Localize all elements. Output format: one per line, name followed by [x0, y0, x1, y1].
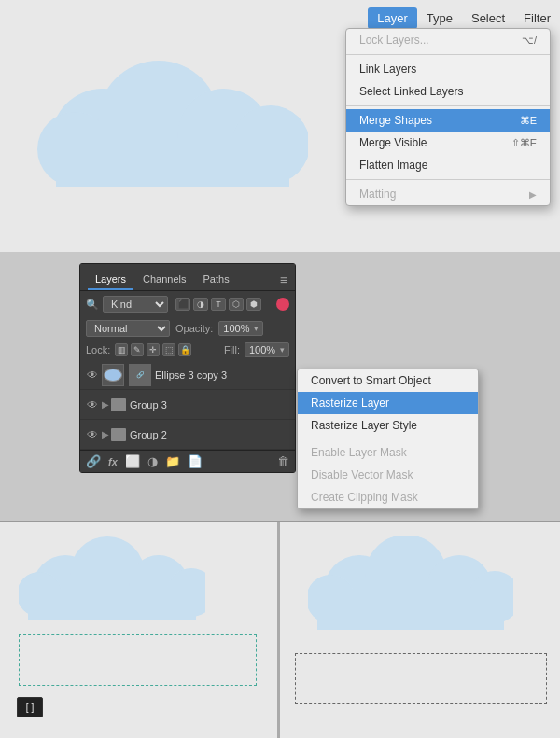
- layer-label-group3: Group 3: [130, 399, 289, 411]
- filter-pixel-icon[interactable]: ⬛: [175, 298, 190, 311]
- layers-tabs-left: Layers Channels Paths: [88, 270, 237, 290]
- layer-row-group2[interactable]: 👁 ▶ Group 2: [80, 420, 295, 450]
- filter-shape-icon[interactable]: ⬡: [229, 298, 244, 311]
- context-rasterize-layer[interactable]: Rasterize Layer: [298, 392, 478, 414]
- filter-adjust-icon[interactable]: ◑: [193, 298, 208, 311]
- filter-type-icon[interactable]: T: [211, 298, 226, 311]
- filter-smart-icon[interactable]: ⬢: [246, 298, 261, 311]
- lock-all-icon[interactable]: 🔒: [178, 343, 191, 356]
- add-adjustment-icon[interactable]: ◑: [147, 454, 158, 468]
- svg-rect-17: [317, 592, 504, 630]
- filter-toggle[interactable]: [276, 298, 289, 311]
- menu-select[interactable]: Select: [462, 7, 514, 29]
- filter-icons: ⬛ ◑ T ⬡ ⬢: [175, 298, 261, 311]
- context-divider-1: [298, 439, 478, 439]
- dropdown-select-linked[interactable]: Select Linked Layers: [346, 80, 550, 103]
- context-enable-layer-mask[interactable]: Enable Layer Mask: [298, 441, 478, 464]
- layer-label-group2: Group 2: [130, 429, 289, 440]
- group3-folder-icon: [111, 398, 126, 411]
- layer-row-ellipse3copy3[interactable]: 👁 🔗 Ellipse 3 copy 3: [80, 360, 295, 390]
- fill-label: Fill:: [224, 344, 240, 355]
- lock-artboard-icon[interactable]: ⬚: [162, 343, 175, 356]
- context-menu: Convert to Smart Object Rasterize Layer …: [297, 369, 479, 509]
- layers-bottom-bar: 🔗 fx ⬜ ◑ 📁 📄 🗑: [80, 450, 295, 472]
- tab-paths[interactable]: Paths: [196, 270, 237, 290]
- tab-channels[interactable]: Channels: [135, 270, 193, 290]
- selection-box-left: [19, 634, 257, 686]
- layers-panel-menu-icon[interactable]: ≡: [280, 272, 287, 287]
- dropdown-divider-3: [346, 179, 550, 180]
- link-layers-icon[interactable]: 🔗: [86, 454, 101, 468]
- dropdown-divider-2: [346, 105, 550, 106]
- tab-layers[interactable]: Layers: [88, 270, 133, 290]
- marquee-tool-icon[interactable]: [ ]: [17, 697, 43, 717]
- visibility-icon-group2[interactable]: 👁: [86, 428, 99, 441]
- kind-select[interactable]: Kind: [103, 296, 168, 313]
- cloud-top: [28, 56, 308, 187]
- new-layer-icon[interactable]: 📄: [188, 454, 203, 468]
- context-disable-vector-mask[interactable]: Disable Vector Mask: [298, 464, 478, 486]
- visibility-icon-ellipse3copy3[interactable]: 👁: [86, 369, 99, 382]
- blend-mode-select[interactable]: Normal: [86, 320, 170, 337]
- menu-layer[interactable]: Layer: [368, 7, 417, 29]
- lock-fill-row: Lock: ▥ ✎ ✛ ⬚ 🔒 Fill: 100% ▾: [80, 340, 295, 360]
- selection-box-right: [295, 653, 547, 704]
- delete-layer-icon[interactable]: 🗑: [277, 454, 289, 468]
- blend-opacity-row: Normal Opacity: 100% ▾: [80, 317, 295, 340]
- search-icon: 🔍: [86, 299, 99, 311]
- menu-bar: Layer Type Select Filter: [368, 7, 560, 29]
- menu-filter[interactable]: Filter: [514, 7, 560, 29]
- cloud-bottom-left: [19, 536, 205, 620]
- dropdown-divider-1: [346, 54, 550, 55]
- lock-move-icon[interactable]: ✛: [147, 343, 160, 356]
- dropdown-lock-layers[interactable]: Lock Layers... ⌥/: [346, 29, 550, 51]
- opacity-input[interactable]: 100% ▾: [218, 321, 263, 336]
- dropdown-merge-shapes[interactable]: Merge Shapes ⌘E: [346, 109, 550, 132]
- vertical-divider-bottom: [277, 522, 280, 738]
- layer-row-group3[interactable]: 👁 ▶ Group 3: [80, 390, 295, 420]
- fx-icon[interactable]: fx: [108, 456, 118, 467]
- context-rasterize-layer-style[interactable]: Rasterize Layer Style: [298, 414, 478, 437]
- svg-rect-5: [56, 142, 289, 187]
- svg-rect-11: [28, 589, 196, 620]
- add-mask-icon[interactable]: ⬜: [125, 454, 140, 468]
- layers-search-row: 🔍 Kind ⬛ ◑ T ⬡ ⬢: [80, 291, 295, 317]
- lock-transparent-icon[interactable]: ▥: [115, 343, 128, 356]
- dropdown-merge-visible[interactable]: Merge Visible ⇧⌘E: [346, 132, 550, 154]
- dropdown-matting[interactable]: Matting ▶: [346, 183, 550, 205]
- menu-type[interactable]: Type: [417, 7, 462, 29]
- dropdown-flatten-image[interactable]: Flatten Image: [346, 154, 550, 176]
- opacity-label: Opacity:: [175, 323, 213, 334]
- dropdown-link-layers[interactable]: Link Layers: [346, 58, 550, 80]
- layers-tabs-row: Layers Channels Paths ≡: [80, 264, 295, 291]
- layer-thumb-ellipse3copy3: [102, 364, 124, 386]
- layer-dropdown-menu: Lock Layers... ⌥/ Link Layers Select Lin…: [345, 28, 551, 206]
- context-create-clipping-mask[interactable]: Create Clipping Mask: [298, 486, 478, 508]
- group2-expand-arrow[interactable]: ▶: [102, 429, 109, 439]
- lock-label: Lock:: [86, 344, 110, 355]
- group3-expand-arrow[interactable]: ▶: [102, 399, 109, 410]
- group2-folder-icon: [111, 428, 126, 441]
- add-group-icon[interactable]: 📁: [165, 454, 180, 468]
- context-convert-smart-object[interactable]: Convert to Smart Object: [298, 369, 478, 392]
- lock-paint-icon[interactable]: ✎: [131, 343, 144, 356]
- layer-thumb-chain-ellipse3copy3: 🔗: [129, 364, 151, 386]
- cloud-bottom-right: [308, 536, 513, 630]
- layer-label-ellipse3copy3: Ellipse 3 copy 3: [155, 369, 289, 381]
- visibility-icon-group3[interactable]: 👁: [86, 398, 99, 411]
- layers-panel: Layers Channels Paths ≡ 🔍 Kind ⬛ ◑ T ⬡ ⬢…: [79, 263, 296, 473]
- lock-icons: ▥ ✎ ✛ ⬚ 🔒: [115, 343, 191, 356]
- fill-input[interactable]: 100% ▾: [245, 342, 289, 357]
